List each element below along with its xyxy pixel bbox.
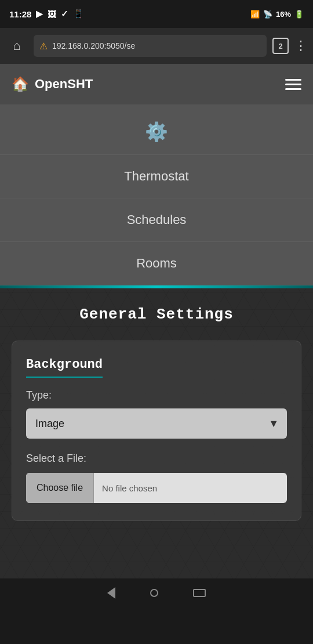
logo-house-icon: 🏠: [12, 76, 29, 92]
battery-icon: 🔋: [294, 10, 304, 19]
page-title: General Settings: [12, 306, 301, 323]
nav-item-rooms[interactable]: Rooms: [0, 241, 313, 285]
app-header: 🏠 OpenSHT: [0, 64, 313, 104]
time-display: 11:28: [9, 9, 31, 19]
no-file-label: No file chosen: [94, 483, 157, 493]
phone-icon: 📱: [73, 9, 84, 19]
status-bar: 11:28 ▶ 🖼 ✓ 📱 📶 📡 16% 🔋: [0, 0, 313, 28]
nav-item-schedules[interactable]: Schedules: [0, 198, 313, 241]
browser-bar: ⌂ ⚠ 192.168.0.200:5050/se 2 ⋮: [0, 28, 313, 64]
tab-count-badge[interactable]: 2: [272, 38, 289, 54]
choose-file-button[interactable]: Choose file: [26, 473, 94, 503]
check-icon: ✓: [61, 9, 68, 19]
back-nav-icon[interactable]: [107, 587, 115, 599]
status-left: 11:28 ▶ 🖼 ✓ 📱: [9, 9, 84, 19]
status-right: 📶 📡 16% 🔋: [250, 10, 304, 19]
nav-item-thermostat[interactable]: Thermostat: [0, 154, 313, 198]
url-text: 192.168.0.200:5050/se: [52, 41, 135, 50]
type-field-label: Type:: [26, 389, 287, 401]
nav-menu: ⚙️ Thermostat Schedules Rooms: [0, 104, 313, 285]
settings-card: Background Type: Image Color None ▼ Sele…: [12, 341, 301, 521]
image-icon: 🖼: [48, 9, 56, 19]
browser-menu-button[interactable]: ⋮: [294, 38, 307, 53]
hamburger-line-2: [285, 84, 301, 85]
play-icon: ▶: [36, 9, 43, 19]
gears-icon: ⚙️: [145, 121, 168, 143]
type-select[interactable]: Image Color None: [26, 408, 287, 439]
type-select-wrapper: Image Color None ▼: [26, 408, 287, 439]
battery-percent: 16%: [276, 10, 291, 19]
app-name: OpenSHT: [35, 77, 93, 92]
nav-settings-icon-area: ⚙️: [0, 104, 313, 154]
home-icon: ⌂: [13, 38, 20, 53]
bottom-nav-bar: [0, 578, 313, 607]
main-content: General Settings Background Type: Image …: [0, 288, 313, 578]
browser-home-button[interactable]: ⌂: [6, 35, 28, 57]
home-nav-icon[interactable]: [150, 589, 158, 597]
warning-icon: ⚠: [39, 41, 48, 52]
url-bar[interactable]: ⚠ 192.168.0.200:5050/se: [34, 35, 267, 57]
hamburger-line-1: [285, 79, 301, 81]
recents-nav-icon[interactable]: [193, 589, 206, 597]
section-title-background: Background: [26, 357, 103, 378]
file-field-label: Select a File:: [26, 453, 287, 465]
hamburger-menu-button[interactable]: [285, 79, 301, 90]
signal-bars-icon: 📡: [263, 10, 272, 19]
file-input-wrapper: Choose file No file chosen: [26, 473, 287, 503]
app-logo: 🏠 OpenSHT: [12, 76, 93, 92]
hamburger-line-3: [285, 88, 301, 90]
wifi-signal-icon: 📶: [250, 10, 260, 19]
